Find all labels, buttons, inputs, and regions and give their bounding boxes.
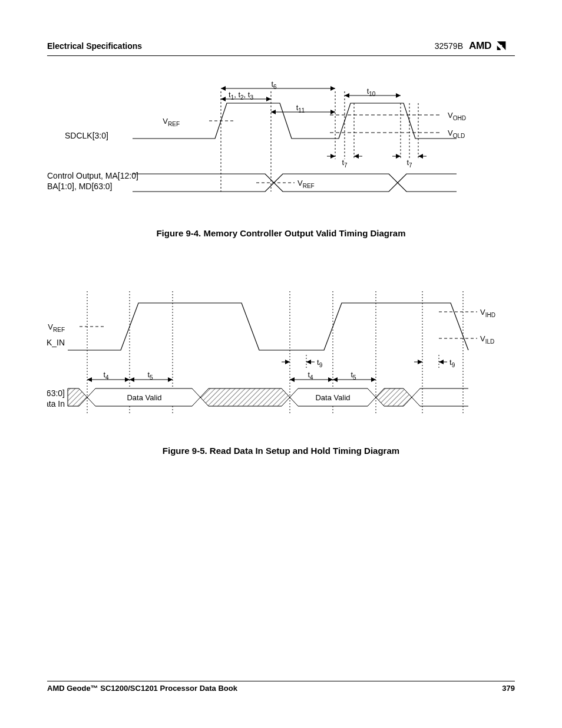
svg-marker-22 <box>330 110 335 114</box>
svg-marker-60 <box>130 377 134 382</box>
svg-marker-56 <box>87 377 92 382</box>
svg-marker-78 <box>418 360 422 364</box>
sdclk-label: SDCLK[3:0] <box>65 131 108 140</box>
figure-9-5: t4 t5 t4 t5 t9 t9 <box>47 291 515 456</box>
svg-text:t9: t9 <box>317 358 323 368</box>
svg-marker-68 <box>333 377 338 382</box>
svg-marker-61 <box>168 377 173 382</box>
svg-text:t4: t4 <box>103 370 109 381</box>
svg-marker-14 <box>330 86 335 91</box>
svg-text:t7: t7 <box>406 158 412 169</box>
svg-text:t1, t2, t3: t1, t2, t3 <box>229 90 253 101</box>
svg-text:VREF: VREF <box>48 322 65 333</box>
svg-marker-36 <box>418 154 423 159</box>
sdclkin-label: SDCLK_IN <box>47 338 65 347</box>
svg-marker-34 <box>396 154 401 159</box>
footer-page: 379 <box>502 684 515 693</box>
readin-label: Read Data In <box>47 399 65 409</box>
ctrl-label-2: BA[1:0], MD[63:0] <box>47 182 113 191</box>
md-label: MD[63:0] <box>47 388 65 398</box>
figure-9-5-caption: Figure 9-5. Read Data In Setup and Hold … <box>47 446 515 456</box>
header-docid: 32579B <box>435 41 463 51</box>
svg-marker-13 <box>221 86 226 91</box>
svg-marker-31 <box>354 154 359 159</box>
svg-marker-72 <box>285 360 290 364</box>
page-footer: AMD Geode™ SC1200/SC1201 Processor Data … <box>47 681 515 693</box>
figure-9-4: t6 t1, t2, t3 t11 t10 t7 <box>47 80 515 238</box>
svg-marker-21 <box>271 110 276 114</box>
footer-title: AMD Geode™ SC1200/SC1201 Processor Data … <box>47 684 237 693</box>
svg-text:t5: t5 <box>147 370 153 381</box>
svg-marker-25 <box>345 93 349 98</box>
svg-text:t4: t4 <box>308 370 313 381</box>
svg-marker-29 <box>330 154 335 159</box>
header-section: Electrical Specifications <box>47 41 142 51</box>
svg-text:VREF: VREF <box>163 117 180 127</box>
ctrl-label-1: Control Output, MA[12:0] <box>47 171 138 180</box>
svg-marker-57 <box>125 377 130 382</box>
svg-text:VIHD: VIHD <box>480 308 495 318</box>
svg-marker-26 <box>396 93 401 98</box>
svg-text:Data Valid: Data Valid <box>127 393 161 402</box>
figure-9-4-caption: Figure 9-4. Memory Controller Output Val… <box>47 228 515 238</box>
svg-marker-18 <box>266 97 271 101</box>
svg-marker-74 <box>306 360 311 364</box>
svg-text:VOLD: VOLD <box>448 129 465 139</box>
svg-text:Data Valid: Data Valid <box>315 393 350 402</box>
svg-text:VILD: VILD <box>480 334 494 345</box>
svg-text:t5: t5 <box>351 370 356 381</box>
page-header: Electrical Specifications 32579B AMD <box>47 40 515 56</box>
svg-marker-69 <box>371 377 376 382</box>
amd-logo: AMD <box>469 40 515 52</box>
svg-text:VREF: VREF <box>297 179 315 189</box>
svg-text:t7: t7 <box>342 158 348 169</box>
svg-marker-65 <box>328 377 333 382</box>
svg-marker-17 <box>221 97 226 101</box>
svg-text:t9: t9 <box>449 358 455 368</box>
svg-text:AMD: AMD <box>469 40 491 51</box>
svg-marker-80 <box>439 360 444 364</box>
svg-text:VOHD: VOHD <box>448 111 466 121</box>
svg-marker-64 <box>290 377 295 382</box>
